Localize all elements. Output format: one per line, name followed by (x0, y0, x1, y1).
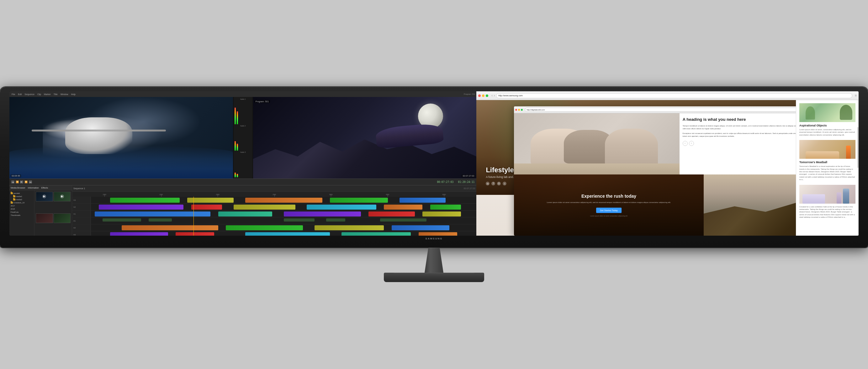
clip-11[interactable] (430, 205, 461, 209)
track-row-4: A1 (72, 218, 476, 224)
samsung-logo: SAMSUNG (426, 237, 443, 240)
ruler-label-3: 2000 (216, 194, 219, 196)
menu-marker[interactable]: Marker (43, 93, 52, 95)
browser-nav: ‹ › (491, 94, 495, 97)
skip-fwd-btn[interactable]: ⏭ (29, 180, 32, 183)
scrollbar-thumb[interactable] (857, 127, 859, 168)
media-browser-content: arendal media1 media2 (9, 191, 72, 236)
clip-8[interactable] (234, 205, 296, 209)
instagram-icon[interactable]: ⊡ (497, 182, 501, 186)
tumblr-icon[interactable]: t (503, 182, 506, 186)
tree-item-8[interactable]: Thumbnails (10, 214, 34, 217)
stand-neck (425, 248, 443, 273)
astronaut-body (65, 117, 132, 154)
plate-shape (806, 151, 839, 159)
timecode-display: 00:07:27:03 (437, 181, 454, 183)
clip-30[interactable] (418, 232, 457, 236)
play-btn[interactable] (20, 180, 23, 183)
thumb-1[interactable] (36, 192, 53, 201)
stand-base (384, 273, 484, 282)
tree-item-7[interactable]: FinalCuts (10, 210, 34, 214)
clip-28[interactable] (245, 232, 330, 236)
thumb-2[interactable] (54, 192, 71, 201)
get-started-button[interactable]: Get Started Today (596, 208, 621, 213)
meter-fill-4 (237, 144, 238, 151)
address-bar[interactable]: http://www.samsung.com (496, 93, 852, 98)
meter-bars-2 (234, 127, 252, 151)
step-fwd-btn[interactable]: ⏩ (25, 180, 28, 183)
clip-17[interactable] (102, 218, 141, 222)
clip-29[interactable] (341, 232, 411, 236)
tree-item-2[interactable]: media1 (12, 195, 34, 198)
forward-arrow[interactable]: › (494, 94, 495, 97)
clip-18[interactable] (149, 218, 172, 222)
clip-22[interactable] (122, 225, 218, 230)
overlay-close-btn[interactable] (515, 109, 517, 111)
close-btn[interactable] (478, 94, 481, 97)
clip-2[interactable] (187, 198, 234, 203)
linkedin-icon[interactable]: in (486, 182, 490, 186)
lifestyle-title: Lifestyle (486, 166, 515, 174)
clip-1[interactable] (110, 198, 179, 203)
far-right-panel: Aspirational Objects Lorem ipsum dolor s… (796, 100, 859, 236)
clip-16[interactable] (423, 211, 461, 217)
next-arrow-btn[interactable]: › (689, 141, 694, 146)
tree-item-1[interactable]: arendal (10, 192, 34, 195)
clip-10[interactable] (384, 205, 423, 209)
clip-20[interactable] (326, 218, 345, 222)
overlay-min-btn[interactable] (518, 109, 520, 111)
clip-5[interactable] (400, 198, 446, 203)
overlay-max-btn[interactable] (521, 109, 523, 111)
menu-clip[interactable]: Clip (36, 93, 42, 95)
menu-help[interactable]: Help (70, 93, 76, 95)
meter-bar-5 (234, 154, 236, 177)
clip-7[interactable] (191, 205, 222, 209)
clip-25[interactable] (392, 225, 450, 230)
back-arrow[interactable]: ‹ (491, 94, 492, 97)
step-back-btn[interactable]: ⏪ (16, 180, 19, 183)
clip-4[interactable] (330, 198, 388, 203)
ruler-label-7: 8000 (442, 194, 446, 196)
clip-23[interactable] (226, 225, 303, 230)
clip-6[interactable] (99, 205, 183, 209)
plant-shape-2 (806, 106, 815, 119)
effects-tab[interactable]: Effects (41, 187, 48, 189)
clip-27[interactable] (176, 232, 214, 236)
menu-edit[interactable]: Edit (17, 93, 23, 95)
tree-item-3[interactable]: media2 (12, 198, 34, 201)
menu-file[interactable]: File (11, 93, 16, 95)
info-tab[interactable]: Information (28, 187, 39, 189)
below-btn-text: Lorem ipsum dolor sit amet consectetur a… (524, 215, 694, 217)
twitter-icon[interactable]: 𝕋 (491, 182, 495, 186)
browser-menu-icon[interactable]: ☰ (855, 94, 857, 97)
clip-19[interactable] (284, 218, 314, 222)
clip-14[interactable] (284, 211, 361, 217)
clip-12[interactable] (95, 211, 210, 217)
media-browser-tab[interactable]: Media Browser (11, 187, 25, 189)
folder-icon-3 (13, 199, 16, 200)
scrollbar-track (857, 100, 859, 236)
desk-surface (514, 164, 679, 174)
tree-item-5[interactable]: 2017 (10, 204, 34, 207)
prev-arrow-btn[interactable]: ‹ (683, 141, 688, 146)
track-content-2 (91, 204, 476, 210)
minimize-btn[interactable] (482, 94, 485, 97)
menu-window[interactable]: Window (60, 93, 69, 95)
thumb-4[interactable] (54, 214, 71, 223)
clip-15[interactable] (368, 211, 415, 217)
browser-panel: ‹ › http://www.samsung.com ☰ (476, 91, 859, 236)
browser-content: Lifestyle A future-living lab and... in … (476, 100, 859, 236)
menu-sequence[interactable]: Sequence (24, 93, 35, 95)
clip-24[interactable] (314, 225, 384, 230)
tree-item-6[interactable]: 2018 (10, 207, 34, 210)
maximize-btn[interactable] (486, 94, 488, 97)
clip-21[interactable] (380, 218, 427, 222)
menu-title[interactable]: Title (53, 93, 59, 95)
tree-item-4[interactable]: Cinedeck_10 (10, 201, 34, 204)
clip-13[interactable] (218, 211, 272, 217)
clip-26[interactable] (110, 232, 168, 236)
clip-3[interactable] (245, 198, 322, 203)
thumb-3[interactable] (36, 214, 53, 223)
clip-9[interactable] (307, 205, 376, 209)
skip-back-btn[interactable]: ⏮ (11, 180, 14, 183)
